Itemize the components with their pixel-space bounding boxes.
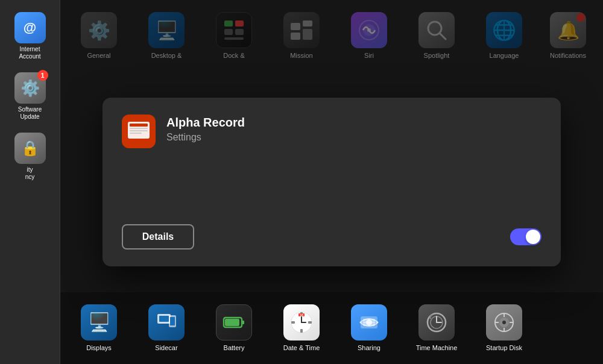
software-badge: 1 bbox=[37, 70, 48, 81]
app-icon-container bbox=[122, 115, 156, 148]
svg-rect-19 bbox=[135, 139, 142, 141]
software-icon: ⚙️ 1 bbox=[14, 72, 46, 104]
sidebar-label-internet: InternetAccount bbox=[19, 46, 40, 60]
svg-rect-25 bbox=[242, 321, 244, 324]
sidecar-icon bbox=[148, 304, 185, 340]
svg-rect-30 bbox=[291, 321, 295, 324]
sharing-label: Sharing bbox=[358, 344, 380, 352]
modal-title-area: Alpha Record Settings bbox=[166, 115, 245, 143]
modal-header: Alpha Record Settings bbox=[122, 115, 541, 148]
sidebar-label-software: SoftwareUpdate bbox=[18, 106, 42, 121]
privacy-icon: 🔒 bbox=[14, 133, 46, 164]
bottom-icon-row: 🖥️ Displays Sidecar Battery bbox=[0, 292, 603, 364]
svg-rect-15 bbox=[130, 124, 148, 127]
svg-rect-26 bbox=[225, 319, 239, 326]
svg-text:16: 16 bbox=[300, 313, 303, 317]
battery-icon bbox=[216, 304, 252, 340]
svg-rect-18 bbox=[130, 133, 142, 134]
displays-label: Displays bbox=[86, 344, 112, 352]
icon-sharing[interactable]: Sharing bbox=[335, 300, 403, 357]
startup-icon bbox=[486, 304, 522, 340]
modal-title: Alpha Record bbox=[166, 116, 245, 130]
sidebar-item-software[interactable]: ⚙️ 1 SoftwareUpdate bbox=[4, 67, 57, 125]
svg-rect-17 bbox=[130, 130, 148, 131]
modal-subtitle: Settings bbox=[166, 132, 245, 143]
details-button[interactable]: Details bbox=[122, 224, 194, 249]
app-icon bbox=[122, 115, 156, 148]
battery-label: Battery bbox=[224, 344, 245, 352]
sidebar-item-privacy[interactable]: 🔒 ityncy bbox=[4, 128, 57, 186]
timemachine-label: Time Machine bbox=[416, 344, 458, 352]
modal-dialog: Alpha Record Settings Details bbox=[103, 98, 561, 266]
left-sidebar: @ InternetAccount ⚙️ 1 SoftwareUpdate 🔒 … bbox=[0, 0, 60, 364]
svg-rect-16 bbox=[130, 128, 148, 129]
sharing-icon bbox=[351, 304, 387, 340]
icon-startup[interactable]: Startup Disk bbox=[470, 300, 538, 357]
sidecar-label: Sidecar bbox=[155, 344, 177, 352]
svg-rect-29 bbox=[300, 329, 303, 333]
sidebar-label-privacy: ityncy bbox=[25, 166, 35, 181]
svg-rect-22 bbox=[159, 316, 169, 322]
modal-footer: Details bbox=[122, 224, 541, 249]
icon-datetime[interactable]: 16 Date & Time bbox=[268, 300, 335, 357]
displays-icon: 🖥️ bbox=[81, 304, 117, 340]
svg-rect-31 bbox=[308, 321, 312, 324]
internet-icon: @ bbox=[14, 12, 46, 43]
toggle-switch[interactable] bbox=[510, 228, 541, 245]
startup-label: Startup Disk bbox=[486, 344, 522, 352]
icon-timemachine[interactable]: Time Machine bbox=[403, 300, 470, 357]
datetime-label: Date & Time bbox=[283, 344, 320, 352]
icon-sidecar[interactable]: Sidecar bbox=[133, 300, 200, 357]
svg-point-47 bbox=[502, 321, 506, 324]
icon-battery[interactable]: Battery bbox=[200, 300, 268, 357]
sidebar-item-internet[interactable]: @ InternetAccount bbox=[4, 7, 57, 65]
modal-body bbox=[122, 155, 541, 212]
icon-displays[interactable]: 🖥️ Displays bbox=[65, 300, 133, 357]
timemachine-icon bbox=[418, 304, 455, 340]
datetime-icon: 16 bbox=[283, 304, 320, 340]
svg-rect-23 bbox=[170, 317, 175, 325]
